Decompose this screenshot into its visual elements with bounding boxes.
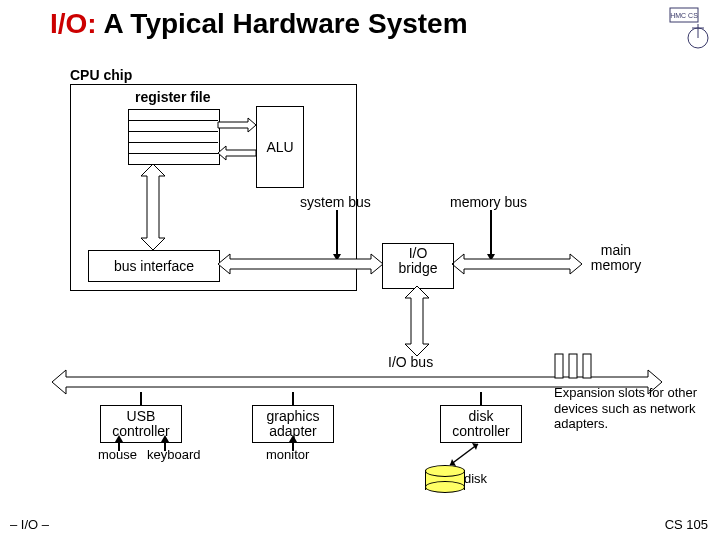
monitor-label: monitor	[266, 448, 309, 462]
title-accent: I/O:	[50, 8, 97, 39]
alu-box: ALU	[256, 106, 304, 188]
monitor-arrow-head	[289, 435, 297, 442]
rf-row	[128, 120, 218, 121]
footer-left: – I/O –	[10, 517, 49, 532]
svg-rect-14	[583, 354, 591, 378]
memory-bus-arrow-icon	[452, 254, 582, 274]
disk-label: disk	[464, 472, 487, 486]
disk-icon	[425, 465, 463, 493]
sysbus-pointer	[336, 210, 338, 256]
disk-ctrl-label: disk controller	[452, 409, 510, 440]
regfile-busif-arrow-icon	[140, 164, 166, 250]
memory-bus-label: memory bus	[450, 195, 527, 210]
svg-rect-12	[555, 354, 563, 378]
bus-gfx-arrow	[292, 392, 294, 405]
io-bridge-box: I/O bridge	[382, 243, 454, 289]
bus-interface-label: bus interface	[114, 258, 194, 274]
bus-usb-arrow	[140, 392, 142, 405]
mouse-arrow-head	[115, 435, 123, 442]
main-memory-label: main memory	[591, 242, 642, 273]
iobridge-iobus-arrow-icon	[404, 286, 430, 356]
slide-title: I/O: A Typical Hardware System	[50, 8, 468, 40]
membus-pointer	[490, 210, 492, 256]
rf-row	[128, 142, 218, 143]
register-file-label: register file	[135, 90, 210, 105]
svg-marker-5	[218, 118, 256, 132]
register-file-box	[128, 109, 220, 165]
system-bus-label: system bus	[300, 195, 371, 210]
svg-rect-13	[569, 354, 577, 378]
svg-marker-6	[218, 146, 256, 160]
io-bridge-label: I/O bridge	[399, 245, 438, 276]
usb-controller-box: USB controller	[100, 405, 182, 443]
mouse-label: mouse	[98, 448, 137, 462]
svg-marker-10	[405, 286, 429, 356]
keyboard-arrow-head	[161, 435, 169, 442]
footer-right: CS 105	[665, 517, 708, 532]
title-rest: A Typical Hardware System	[97, 8, 468, 39]
main-memory-box: main memory	[580, 243, 652, 285]
svg-line-15	[450, 444, 478, 465]
bus-interface-box: bus interface	[88, 250, 220, 282]
bus-disk-arrow	[480, 392, 482, 405]
disk-controller-box: disk controller	[440, 405, 522, 443]
alu-label: ALU	[266, 139, 293, 155]
svg-marker-8	[218, 254, 383, 274]
rf-row	[128, 153, 218, 154]
svg-marker-9	[452, 254, 582, 274]
rf-row	[128, 131, 218, 132]
svg-marker-7	[141, 164, 165, 250]
keyboard-label: keyboard	[147, 448, 200, 462]
rf-alu-arrows-icon	[218, 112, 256, 172]
svg-text:HMC CS: HMC CS	[670, 12, 698, 19]
system-bus-arrow-icon	[218, 254, 383, 274]
expansion-slots-icon	[553, 352, 613, 374]
svg-marker-16	[472, 443, 478, 450]
io-bus-label: I/O bus	[388, 355, 433, 370]
logo-icon: HMC CS	[668, 6, 712, 52]
cpu-chip-label: CPU chip	[70, 68, 132, 83]
expansion-slots-text: Expansion slots for other devices such a…	[554, 385, 714, 432]
